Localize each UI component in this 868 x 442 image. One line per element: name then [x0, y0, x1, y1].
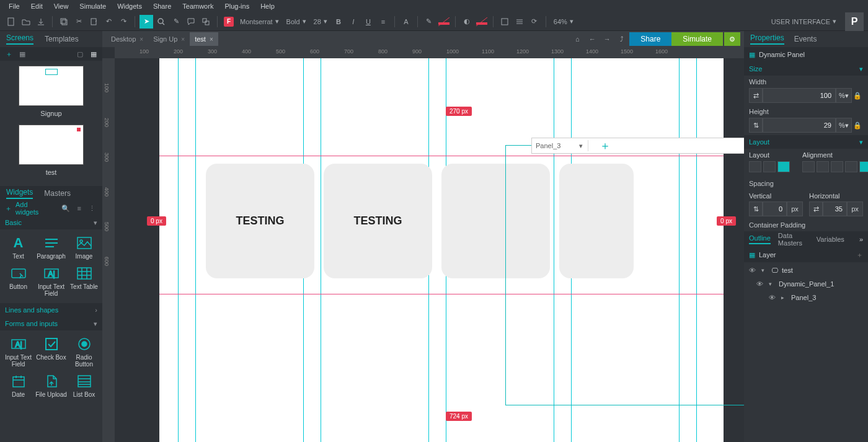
add-widgets-plus-icon[interactable]: ＋ — [5, 204, 12, 213]
pointer-icon[interactable]: ➤ — [140, 15, 153, 29]
open-icon[interactable] — [19, 15, 33, 29]
accordion-lines[interactable]: Lines and shapes — [5, 306, 58, 314]
view-grid-icon[interactable]: ▦ — [89, 49, 99, 59]
group-icon[interactable] — [199, 15, 213, 29]
add-layer-icon[interactable]: ＋ — [856, 250, 863, 260]
widgets-search-icon[interactable]: 🔍 — [60, 205, 72, 213]
menu-file[interactable]: File — [4, 1, 25, 11]
tab-widgets[interactable]: Widgets — [6, 188, 33, 199]
undo-icon[interactable]: ↶ — [102, 15, 115, 29]
menu-plugins[interactable]: Plug-ins — [219, 1, 254, 11]
doc-tab-test[interactable]: test× — [190, 32, 218, 46]
chevron-down-icon[interactable]: ▾ — [769, 281, 775, 287]
menu-widgets[interactable]: Widgets — [112, 1, 147, 11]
chevron-down-icon[interactable]: ▾ — [761, 267, 768, 273]
doc-tab-signup[interactable]: Sign Up× — [148, 32, 190, 46]
align-4[interactable] — [845, 161, 857, 172]
panel-dropdown[interactable]: Panel_3▾ — [536, 142, 583, 150]
font-size-dropdown[interactable]: 28▾ — [310, 15, 331, 28]
cut-icon[interactable]: ✂ — [72, 15, 86, 29]
widget-file-upload[interactable]: File Upload — [35, 371, 67, 400]
text-color-icon[interactable]: A — [399, 15, 413, 29]
align-5[interactable] — [859, 161, 868, 172]
menu-share[interactable]: Share — [148, 1, 176, 11]
height-input[interactable]: 29 — [763, 118, 836, 133]
tab-variables[interactable]: Variables — [817, 236, 844, 243]
highlight-icon[interactable]: ✎ — [169, 15, 183, 29]
card-testing-1[interactable]: TESTING — [206, 164, 314, 278]
add-panel-icon[interactable]: ＋ — [600, 138, 611, 153]
widget-checkbox[interactable]: Check Box — [35, 334, 67, 370]
add-screen-icon[interactable]: ＋ — [4, 49, 14, 59]
hspacing-stepper[interactable]: ⇄ — [809, 201, 823, 216]
search-icon[interactable] — [154, 15, 168, 29]
screen-thumb-signup[interactable] — [19, 66, 84, 106]
close-icon[interactable]: × — [210, 36, 213, 43]
width-stepper-icon[interactable]: ⇄ — [749, 88, 763, 103]
widget-radio[interactable]: Radio Button — [68, 334, 100, 370]
outline-more-icon[interactable]: » — [859, 236, 863, 243]
lock-icon[interactable]: 🔒 — [852, 118, 863, 133]
outline-node-test[interactable]: 👁▾🖵test — [744, 263, 868, 277]
view-thumb-icon[interactable]: ▢ — [75, 49, 85, 59]
outline-node-dynamic-panel[interactable]: 👁▾Dynamic_Panel_1 — [744, 277, 868, 291]
widget-button[interactable]: Button — [2, 263, 34, 299]
screen-thumb-test[interactable] — [19, 125, 84, 165]
widget-listbox[interactable]: List Box — [68, 371, 100, 400]
widgets-filter-icon[interactable]: ≡ — [76, 205, 83, 212]
font-family-dropdown[interactable]: Montserrat▾ — [236, 15, 283, 28]
tab-templates[interactable]: Templates — [45, 35, 79, 43]
fill-color-icon[interactable] — [475, 15, 489, 29]
share-button[interactable]: Share — [629, 32, 671, 46]
panel-selector-bar[interactable]: Panel_3▾ ＋ — [531, 138, 744, 154]
simulate-settings-icon[interactable]: ⚙ — [724, 32, 740, 46]
height-stepper-icon[interactable]: ⇅ — [749, 118, 763, 133]
align-icon[interactable]: ≡ — [376, 15, 390, 29]
menu-view[interactable]: View — [49, 1, 74, 11]
align-1[interactable] — [802, 161, 815, 172]
menu-help[interactable]: Help — [255, 1, 280, 11]
widget-input-text2[interactable]: A|Input Text Field — [2, 334, 34, 370]
rotate-icon[interactable]: ⟳ — [528, 15, 541, 29]
width-input[interactable]: 100 — [763, 88, 836, 103]
widget-input-text[interactable]: A|Input Text Field — [35, 263, 67, 299]
width-unit[interactable]: % ▾ — [836, 88, 852, 103]
vspacing-input[interactable]: 0 — [763, 201, 787, 216]
layout-opt-3[interactable] — [777, 161, 790, 172]
card-testing-2[interactable]: TESTING — [324, 164, 432, 278]
tab-outline[interactable]: Outline — [749, 234, 771, 244]
comment-icon[interactable] — [184, 15, 198, 29]
widgets-menu-icon[interactable]: ⋮ — [87, 205, 97, 213]
align-2[interactable] — [817, 161, 829, 172]
nav-back-icon[interactable]: ← — [585, 32, 599, 46]
profile-avatar[interactable]: P — [845, 12, 864, 31]
italic-icon[interactable]: I — [347, 15, 360, 29]
tab-events[interactable]: Events — [794, 35, 817, 43]
lock-icon[interactable]: 🔒 — [852, 88, 863, 103]
canvas-page[interactable]: 270 px 0 px 0 px 724 px TESTING TESTING … — [159, 58, 724, 442]
menu-teamwork[interactable]: Teamwork — [177, 1, 218, 11]
outline-node-panel3[interactable]: 👁▸Panel_3 — [744, 291, 868, 304]
tab-masters[interactable]: Masters — [44, 189, 71, 198]
export-icon[interactable]: ⤴ — [615, 32, 629, 46]
simulate-button[interactable]: Simulate — [671, 32, 723, 46]
close-icon[interactable]: × — [140, 36, 143, 43]
align-3[interactable] — [831, 161, 843, 172]
chevron-right-icon[interactable]: ▸ — [781, 294, 787, 301]
vspacing-stepper[interactable]: ⇅ — [749, 201, 763, 216]
tab-screens[interactable]: Screens — [6, 33, 33, 45]
screen-list-icon[interactable]: ▦ — [17, 49, 27, 59]
height-unit[interactable]: % ▾ — [836, 118, 852, 133]
arrange-icon[interactable] — [498, 15, 512, 29]
fill-icon[interactable]: ◐ — [460, 15, 474, 29]
visibility-icon[interactable]: 👁 — [756, 280, 765, 288]
widget-date[interactable]: Date — [2, 371, 34, 400]
add-widgets-label[interactable]: Add widgets — [16, 201, 52, 216]
section-size[interactable]: Size — [749, 65, 762, 73]
menu-simulate[interactable]: Simulate — [74, 1, 111, 11]
section-layout[interactable]: Layout — [749, 138, 769, 146]
redo-icon[interactable]: ↷ — [117, 15, 130, 29]
visibility-icon[interactable]: 👁 — [769, 294, 777, 301]
font-weight-dropdown[interactable]: Bold▾ — [283, 15, 310, 28]
accordion-forms[interactable]: Forms and inputs — [5, 320, 58, 327]
